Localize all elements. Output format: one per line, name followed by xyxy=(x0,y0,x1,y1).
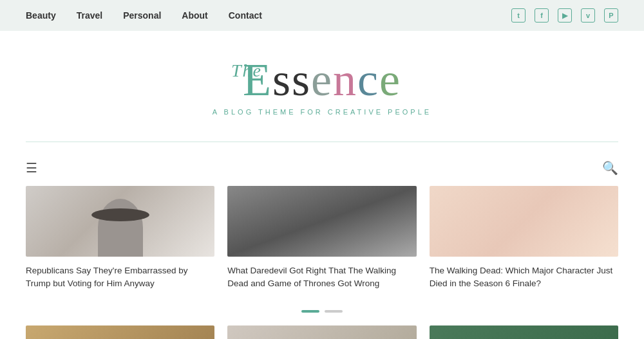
youtube-icon[interactable]: ▶ xyxy=(558,8,572,23)
article-image-2 xyxy=(227,186,416,257)
nav-links: Beauty Travel Personal About Contact xyxy=(26,10,262,21)
site-logo[interactable]: TheEssence xyxy=(243,57,401,103)
nav-travel[interactable]: Travel xyxy=(77,10,102,21)
menu-icon[interactable]: ☰ xyxy=(26,160,37,176)
article-title-2: What Daredevil Got Right That The Walkin… xyxy=(227,264,416,291)
search-icon[interactable]: 🔍 xyxy=(602,160,618,176)
article-title-1: Republicans Say They're Embarrassed by T… xyxy=(26,264,214,291)
article-image-1 xyxy=(26,186,214,257)
article-card-1[interactable]: Republicans Say They're Embarrassed by T… xyxy=(26,186,214,291)
top-navigation: Beauty Travel Personal About Contact t f… xyxy=(0,0,644,31)
facebook-icon[interactable]: f xyxy=(535,8,549,23)
site-tagline: A BLOG THEME FOR CREATIVE PEOPLE xyxy=(213,108,431,116)
twitter-icon[interactable]: t xyxy=(511,8,526,23)
logo-the: The xyxy=(231,62,262,80)
social-icons-group: t f ▶ v P xyxy=(511,8,618,23)
pagination xyxy=(0,304,644,325)
nav-beauty[interactable]: Beauty xyxy=(26,10,56,21)
bottom-thumb-2[interactable] xyxy=(227,325,416,340)
nav-personal[interactable]: Personal xyxy=(123,10,161,21)
article-image-3 xyxy=(430,186,618,257)
articles-grid: Republicans Say They're Embarrassed by T… xyxy=(0,186,644,291)
logo-section: TheEssence A BLOG THEME FOR CREATIVE PEO… xyxy=(0,31,644,129)
nav-contact[interactable]: Contact xyxy=(229,10,262,21)
bottom-thumb-3[interactable] xyxy=(430,325,618,340)
vimeo-icon[interactable]: v xyxy=(581,8,595,23)
toolbar: ☰ 🔍 xyxy=(0,155,644,186)
nav-about[interactable]: About xyxy=(182,10,207,21)
pagination-dot-2[interactable] xyxy=(325,310,343,313)
article-card-3[interactable]: The Walking Dead: Which Major Character … xyxy=(430,186,618,291)
pinterest-icon[interactable]: P xyxy=(604,8,618,23)
bottom-thumb-1[interactable] xyxy=(26,325,214,340)
bottom-thumbnails xyxy=(0,325,644,340)
section-divider xyxy=(26,142,618,142)
article-card-2[interactable]: What Daredevil Got Right That The Walkin… xyxy=(227,186,416,291)
article-title-3: The Walking Dead: Which Major Character … xyxy=(430,264,618,291)
pagination-dot-1[interactable] xyxy=(301,310,319,313)
